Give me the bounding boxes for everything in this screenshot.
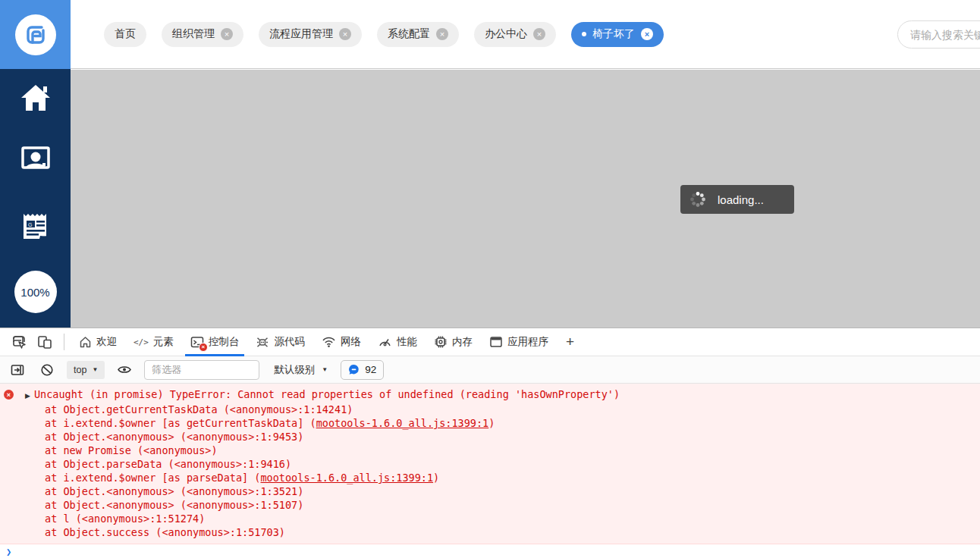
sidebar-item-news[interactable]: G xyxy=(21,211,50,241)
logo-circle xyxy=(15,14,56,55)
devtools-tab-label: 网络 xyxy=(341,335,361,349)
devtools-tab-memory[interactable]: 内存 xyxy=(426,328,481,356)
error-icon: × xyxy=(4,390,14,400)
clear-console-button[interactable] xyxy=(37,360,57,380)
eye-icon xyxy=(117,364,132,375)
tab-chip-org-management[interactable]: 组织管理 × xyxy=(162,22,243,47)
stack-text: at new Promise (<anonymous>) xyxy=(45,444,218,456)
loading-toast: loading... xyxy=(680,185,794,214)
log-level-selector[interactable]: 默认级别 ▼ xyxy=(274,363,328,377)
home-outline-icon xyxy=(79,336,92,349)
tab-chip-home[interactable]: 首页 xyxy=(104,22,146,47)
devtools-tab-performance[interactable]: 性能 xyxy=(369,328,426,356)
stack-frame: at Object.<anonymous> (<anonymous>:1:510… xyxy=(0,498,980,512)
more-tabs-button[interactable]: + xyxy=(557,334,583,350)
stack-frame: at l (<anonymous>:1:51274) xyxy=(0,512,980,525)
clear-slash-icon xyxy=(40,363,54,377)
stack-frame: at Object.success (<anonymous>:1:51703) xyxy=(0,525,980,539)
stack-frame: at i.extend.$owner [as getCurrentTaskDat… xyxy=(0,416,980,430)
stack-frame: at i.extend.$owner [as parseData] (mooto… xyxy=(0,471,980,484)
devtools-tab-welcome[interactable]: 欢迎 xyxy=(71,328,125,356)
devtools-tab-label: 控制台 xyxy=(209,335,240,349)
elements-code-icon: </> xyxy=(133,337,149,347)
newspaper-icon: G xyxy=(21,211,50,241)
devtools-tab-label: 内存 xyxy=(452,335,473,349)
tab-chip-broken-chair-active[interactable]: 椅子坏了 × xyxy=(571,22,664,47)
close-tab-icon[interactable]: × xyxy=(339,28,351,40)
stack-source-link[interactable]: mootools-1.6.0_all.js:1399:1 xyxy=(260,472,433,484)
close-tab-icon[interactable]: × xyxy=(221,28,233,40)
sources-icon xyxy=(256,336,269,349)
console-error-entry: × ▶Uncaught (in promise) TypeError: Cann… xyxy=(0,384,980,544)
zoom-level-badge[interactable]: 100% xyxy=(14,271,57,313)
search-input[interactable] xyxy=(897,20,980,49)
close-tab-icon[interactable]: × xyxy=(533,28,545,40)
stack-frame: at Object.parseData (<anonymous>:1:9416) xyxy=(0,457,980,471)
hidden-messages-badge[interactable]: 92 xyxy=(341,360,384,380)
stack-text: at Object.success (<anonymous>:1:51703) xyxy=(45,526,285,538)
devtools-panel: 欢迎 </> 元素 × 控制台 xyxy=(0,328,980,558)
stack-text: at Object.<anonymous> (<anonymous>:1:352… xyxy=(45,485,303,497)
svg-text:G: G xyxy=(28,222,32,227)
chevron-down-icon: ▼ xyxy=(92,366,98,373)
memory-chip-icon xyxy=(434,335,448,349)
error-message-text: Uncaught (in promise) TypeError: Cannot … xyxy=(34,388,620,400)
devtools-tab-elements[interactable]: </> 元素 xyxy=(125,328,182,356)
message-count: 92 xyxy=(365,364,376,375)
brand-spiral-icon xyxy=(24,23,48,47)
dock-arrow-icon xyxy=(11,364,24,376)
console-filter-input[interactable] xyxy=(144,360,259,380)
wifi-icon xyxy=(322,336,336,348)
stack-text: at Object.parseData (<anonymous>:1:9416) xyxy=(45,458,291,470)
app-logo[interactable] xyxy=(0,0,71,69)
stack-text: at Object.<anonymous> (<anonymous>:1:510… xyxy=(45,499,303,511)
devtools-tab-label: 欢迎 xyxy=(96,335,117,349)
devtools-tab-bar: 欢迎 </> 元素 × 控制台 xyxy=(0,328,980,356)
top-tab-bar: 首页 组织管理 × 流程应用管理 × 系统配置 × 办公中心 × 椅子坏了 × xyxy=(71,0,980,69)
tab-chip-system-config[interactable]: 系统配置 × xyxy=(377,22,459,47)
create-live-expression-button[interactable] xyxy=(115,360,134,380)
stack-text: at i.extend.$owner [as parseData] ( xyxy=(45,472,260,484)
app-window: G 100% 首页 组织管理 × 流程应用管理 × 系统配置 × 办公中心 × xyxy=(0,0,980,558)
sidebar-item-personnel[interactable] xyxy=(20,146,52,175)
tab-chip-process-app-management[interactable]: 流程应用管理 × xyxy=(259,22,362,47)
stack-frame: at new Promise (<anonymous>) xyxy=(0,444,980,457)
execution-context-value: top xyxy=(74,365,86,375)
main-content-area: loading... xyxy=(71,70,980,328)
close-tab-icon[interactable]: × xyxy=(436,28,448,40)
devtools-tab-label: 性能 xyxy=(397,335,417,349)
stack-text: ) xyxy=(433,472,439,484)
devtools-tab-sources[interactable]: 源代码 xyxy=(247,328,313,356)
prompt-chevron-icon: ❯ xyxy=(6,547,11,557)
zoom-level-value: 100% xyxy=(20,286,49,299)
spinner-icon xyxy=(689,191,706,208)
stack-text: at Object.getCurrentTaskData (<anonymous… xyxy=(45,403,353,415)
tab-chip-label: 办公中心 xyxy=(485,27,527,41)
active-dot-icon xyxy=(582,32,586,36)
close-tab-icon[interactable]: × xyxy=(641,28,653,40)
stack-source-link[interactable]: mootools-1.6.0_all.js:1399:1 xyxy=(316,417,489,429)
tab-chip-label: 流程应用管理 xyxy=(269,27,333,41)
devtools-tab-application[interactable]: 应用程序 xyxy=(481,328,557,356)
inspect-cursor-icon xyxy=(12,335,27,350)
console-error-badge-icon: × xyxy=(199,343,208,352)
console-prompt[interactable]: ❯ xyxy=(0,544,980,558)
divider xyxy=(64,334,64,350)
stack-text: at i.extend.$owner [as getCurrentTaskDat… xyxy=(45,417,316,429)
console-icon: × xyxy=(190,336,204,349)
stack-frame: at Object.<anonymous> (<anonymous>:1:945… xyxy=(0,430,980,444)
devtools-tab-network[interactable]: 网络 xyxy=(313,328,369,356)
monitor-user-icon xyxy=(20,146,52,175)
gauge-icon xyxy=(378,336,392,348)
devtools-tab-console[interactable]: × 控制台 xyxy=(182,328,248,356)
inspect-element-button[interactable] xyxy=(6,331,32,353)
tab-chip-office-center[interactable]: 办公中心 × xyxy=(474,22,556,47)
toggle-device-toolbar-button[interactable] xyxy=(32,331,58,353)
sidebar-item-home[interactable] xyxy=(20,83,52,112)
execution-context-selector[interactable]: top ▼ xyxy=(67,361,105,379)
devtools-tab-label: 应用程序 xyxy=(507,335,548,349)
expand-triangle-icon[interactable]: ▶ xyxy=(25,392,30,400)
console-sidebar-toggle-button[interactable] xyxy=(8,360,27,380)
chevron-down-icon: ▼ xyxy=(322,366,328,373)
message-bubble-icon xyxy=(348,364,360,375)
